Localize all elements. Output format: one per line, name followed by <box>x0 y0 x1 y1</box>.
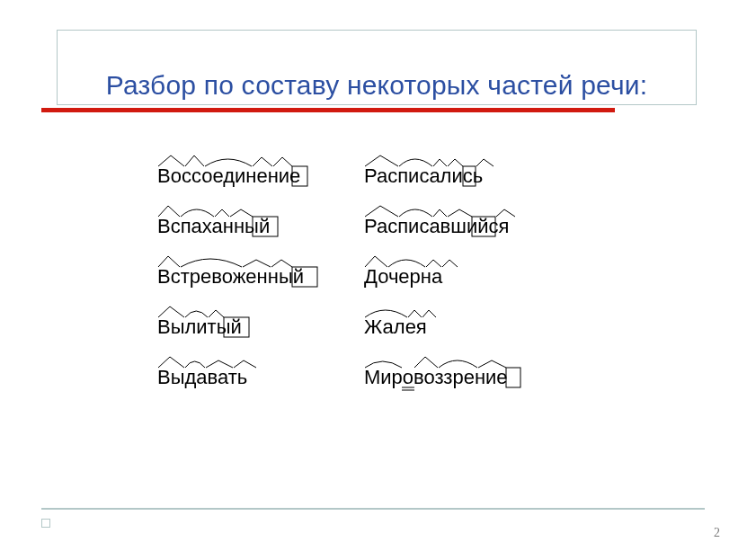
word-raspisavshijsja: Расписавшийся <box>362 197 542 242</box>
word-text: Встревоженный <box>157 265 304 288</box>
word-vspahannyj: Вспаханный <box>156 197 308 242</box>
word-text: Воссоединение <box>157 164 300 187</box>
page-number: 2 <box>714 526 720 540</box>
word-docherna: Дочерна <box>362 247 479 292</box>
slide: Разбор по составу некоторых частей речи:… <box>0 0 747 560</box>
svg-rect-8 <box>506 368 520 387</box>
word-text: Мировоззрение <box>364 366 508 388</box>
word-text: Жалея <box>364 316 427 338</box>
word-text: Вылитый <box>157 316 242 338</box>
word-vydavat: Выдавать <box>156 348 281 393</box>
word-text: Расписались <box>364 164 483 187</box>
slide-title: Разбор по составу некоторых частей речи: <box>57 70 697 101</box>
word-vylityj: Вылитый <box>156 298 281 342</box>
words-area: Воссоединение Расписались <box>156 147 591 407</box>
title-underline <box>41 108 615 112</box>
word-text: Выдавать <box>157 366 247 388</box>
word-vossoedinenie: Воссоединение <box>156 147 335 191</box>
word-vstrevozhennyj: Встревоженный <box>156 247 344 292</box>
footer-line <box>41 508 705 510</box>
word-zhaleya: Жалея <box>362 298 461 342</box>
footer-marker-icon <box>41 519 50 528</box>
word-text: Расписавшийся <box>364 215 509 237</box>
word-mirovozzrenie: Мировоззрение <box>362 348 551 393</box>
word-text: Дочерна <box>364 265 443 288</box>
word-raspisalis: Расписались <box>362 147 515 191</box>
word-text: Вспаханный <box>157 215 270 237</box>
